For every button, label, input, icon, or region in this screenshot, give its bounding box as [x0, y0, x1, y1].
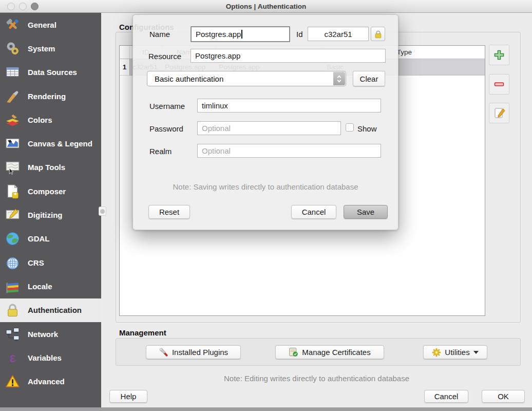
- sidebar-item-map-tools[interactable]: Map Tools: [0, 156, 101, 179]
- sidebar-item-label: Digitizing: [28, 211, 63, 219]
- minus-icon: [493, 79, 505, 90]
- row-number-header: [120, 46, 130, 59]
- map-cursor-icon: [5, 160, 20, 175]
- options-sidebar: General System Data Sources Rendering: [0, 13, 101, 411]
- sidebar-item-label: GDAL: [28, 234, 50, 243]
- sidebar-item-label: Rendering: [28, 92, 66, 101]
- sidebar-item-colors[interactable]: Colors: [0, 108, 101, 132]
- username-input[interactable]: timlinux: [197, 99, 381, 113]
- sidebar-item-label: Advanced: [28, 377, 65, 386]
- username-label: Username: [149, 99, 185, 114]
- zoom-button[interactable]: [31, 3, 39, 10]
- text-cursor: [241, 30, 242, 39]
- sidebar-item-label: Locale: [28, 282, 52, 291]
- sidebar-item-general[interactable]: General: [0, 13, 101, 36]
- password-label: Password: [149, 122, 183, 136]
- remove-config-button[interactable]: [489, 74, 509, 95]
- id-label: Id: [296, 27, 303, 42]
- splitter-handle[interactable]: [99, 207, 106, 216]
- edit-pencil-icon: [493, 107, 505, 119]
- auth-config-dialog: Name Postgres.app Id c32ar51 Resource Po…: [132, 14, 398, 230]
- map-canvas-icon: [5, 136, 20, 151]
- id-lock-button[interactable]: [371, 27, 385, 41]
- padlock-icon: [5, 303, 20, 317]
- close-button[interactable]: [7, 3, 15, 10]
- sidebar-item-digitizing[interactable]: Digitizing: [0, 203, 101, 227]
- resource-label: Resource: [148, 49, 181, 64]
- clear-button[interactable]: Clear: [353, 71, 385, 86]
- dialog-cancel-button[interactable]: Cancel: [291, 205, 336, 219]
- sidebar-item-advanced[interactable]: Advanced: [0, 369, 101, 393]
- utilities-button[interactable]: Utilities: [423, 345, 487, 359]
- sidebar-item-gdal[interactable]: GDAL: [0, 227, 101, 251]
- sidebar-item-composer[interactable]: * Composer: [0, 179, 101, 203]
- sidebar-item-rendering[interactable]: Rendering: [0, 84, 101, 108]
- reset-button[interactable]: Reset: [148, 205, 190, 219]
- save-button[interactable]: Save: [344, 205, 388, 219]
- sidebar-item-label: Network: [28, 330, 58, 339]
- help-button[interactable]: Help: [109, 390, 147, 403]
- gears-icon: [5, 41, 20, 56]
- auth-method-dropdown[interactable]: Basic authentication: [147, 71, 346, 86]
- ok-button[interactable]: OK: [482, 390, 525, 403]
- svg-text:*: *: [14, 191, 17, 199]
- dropdown-spinner-icon: [333, 72, 345, 85]
- sidebar-item-system[interactable]: System: [0, 36, 101, 60]
- table-icon: [5, 65, 20, 80]
- globe-icon: [5, 231, 20, 246]
- id-field: c32ar51: [308, 27, 369, 41]
- page-badge-icon: *: [5, 184, 20, 199]
- add-config-button[interactable]: [489, 45, 509, 65]
- sidebar-item-label: General: [28, 21, 56, 29]
- show-label: Show: [357, 122, 377, 136]
- window-title: Options | Authentication: [0, 0, 532, 13]
- sidebar-item-label: Map Tools: [28, 163, 65, 172]
- warning-triangle-icon: [5, 374, 20, 389]
- options-window: Options | Authentication General System: [0, 0, 532, 411]
- resource-input[interactable]: Postgres.app: [191, 49, 386, 63]
- name-label: Name: [149, 27, 170, 42]
- sidebar-item-authentication[interactable]: Authentication: [0, 298, 101, 322]
- plus-icon: [493, 49, 505, 61]
- realm-label: Realm: [149, 144, 172, 159]
- dropdown-arrow-icon: [473, 351, 479, 354]
- cancel-button[interactable]: Cancel: [424, 390, 468, 403]
- sidebar-item-label: Composer: [28, 187, 66, 196]
- epsilon-icon: ε: [5, 350, 20, 365]
- lock-icon: [374, 30, 383, 39]
- sidebar-item-canvas-legend[interactable]: Canvas & Legend: [0, 132, 101, 155]
- wrench-icon: [159, 347, 168, 357]
- sidebar-item-label: CRS: [28, 258, 44, 267]
- paintbrush-icon: [5, 89, 20, 104]
- installed-plugins-button[interactable]: Installed Plugins: [146, 345, 241, 359]
- sidebar-item-label: Colors: [28, 116, 52, 124]
- sidebar-item-variables[interactable]: ε Variables: [0, 346, 101, 369]
- title-bar: Options | Authentication: [0, 0, 532, 13]
- window-controls: [7, 3, 39, 10]
- sidebar-item-data-sources[interactable]: Data Sources: [0, 61, 101, 84]
- manage-certificates-button[interactable]: Manage Certificates: [275, 345, 384, 359]
- edit-config-button[interactable]: [489, 103, 509, 123]
- certificate-icon: [289, 347, 298, 357]
- management-section-title: Management: [119, 328, 166, 337]
- sidebar-item-label: System: [28, 44, 55, 53]
- realm-input[interactable]: Optional: [197, 144, 381, 158]
- editing-note: Note: Editing writes directly to authent…: [101, 374, 532, 383]
- globe-grid-icon: [5, 255, 20, 270]
- sidebar-item-label: Canvas & Legend: [28, 139, 92, 148]
- crossed-tools-icon: [5, 17, 20, 32]
- show-password-checkbox[interactable]: [346, 123, 354, 132]
- map-pencil-icon: [5, 208, 20, 222]
- gear-icon: [432, 348, 441, 357]
- sidebar-item-network[interactable]: Network: [0, 322, 101, 346]
- window-bottom-edge: [0, 407, 532, 411]
- minimize-button[interactable]: [19, 3, 27, 10]
- computers-icon: [5, 327, 20, 342]
- sidebar-item-crs[interactable]: CRS: [0, 251, 101, 274]
- color-swatches-icon: [5, 113, 20, 127]
- password-input[interactable]: Optional: [197, 121, 341, 135]
- sidebar-item-locale[interactable]: Locale: [0, 274, 101, 298]
- name-input[interactable]: Postgres.app: [191, 26, 290, 42]
- sidebar-item-label: Data Sources: [28, 68, 77, 77]
- saving-note: Note: Saving writes directly to authenti…: [133, 182, 398, 191]
